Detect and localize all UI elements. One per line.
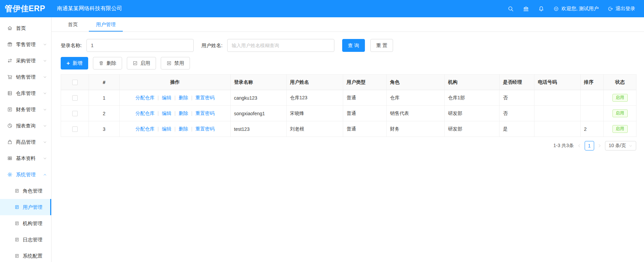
link-separator: |	[174, 126, 176, 132]
sidebar: 首页零售管理采购管理销售管理仓库管理财务管理报表查询商品管理基本资料系统管理角色…	[0, 17, 52, 262]
sidebar-subitem[interactable]: 日志管理	[0, 231, 51, 248]
row-checkbox[interactable]	[72, 126, 78, 132]
next-page-button[interactable]	[598, 144, 602, 148]
column-header: 登录名称	[231, 75, 287, 90]
action-link[interactable]: 重置密码	[195, 110, 214, 116]
chevron-down-icon	[43, 43, 47, 46]
sidebar-item[interactable]: 报表查询	[0, 118, 51, 134]
grid-icon	[7, 156, 13, 161]
column-header: 用户姓名	[287, 75, 343, 90]
doc-icon	[15, 221, 19, 226]
enable-button[interactable]: 启用	[127, 57, 156, 69]
chevron-down-icon	[43, 124, 47, 128]
sidebar-item[interactable]: 采购管理	[0, 53, 51, 69]
disable-button[interactable]: 禁用	[161, 57, 190, 69]
table-row: 2分配仓库|编辑|删除|重置密码songxiaofeng1宋晓锋普通销售代表研发…	[61, 106, 637, 121]
sidebar-item[interactable]: 商品管理	[0, 134, 51, 150]
action-link[interactable]: 编辑	[162, 126, 171, 132]
cell-login: cangku123	[231, 90, 287, 106]
sidebar-item[interactable]: 系统管理	[0, 166, 51, 183]
bell-icon[interactable]	[538, 6, 544, 12]
sidebar-subitem-label: 系统配置	[23, 253, 46, 259]
action-link[interactable]: 删除	[179, 110, 188, 116]
add-button[interactable]: + 新增	[61, 57, 88, 69]
x-square-icon	[167, 61, 172, 66]
chevron-down-icon	[629, 144, 632, 148]
action-link[interactable]: 删除	[179, 95, 188, 100]
company-name: 南通某某网络科技有限公司	[57, 5, 122, 12]
action-link[interactable]: 编辑	[162, 110, 171, 116]
sidebar-subitem[interactable]: 系统配置	[0, 248, 51, 262]
tab-bar: 首页用户管理	[52, 17, 644, 32]
action-link[interactable]: 分配仓库	[136, 110, 155, 116]
cell-manager: 否	[500, 106, 534, 121]
sidebar-subitem[interactable]: 用户管理	[0, 199, 51, 215]
cell-sort: 2	[581, 121, 604, 137]
gear-icon	[7, 172, 13, 177]
cell-role: 仓库	[387, 90, 445, 106]
cell-actions: 分配仓库|编辑|删除|重置密码	[120, 90, 231, 106]
chevron-down-icon	[43, 75, 47, 79]
welcome-text: 欢迎您, 测试用户	[561, 5, 599, 12]
logout-label: 退出登录	[616, 5, 635, 12]
action-link[interactable]: 编辑	[162, 95, 171, 100]
column-header: 角色	[387, 75, 445, 90]
cell-actions: 分配仓库|编辑|删除|重置密码	[120, 121, 231, 137]
tab-active[interactable]: 用户管理	[96, 17, 116, 32]
link-separator: |	[158, 95, 159, 100]
pagination-total: 1-3 共3条	[553, 143, 574, 149]
user-name-input[interactable]	[227, 39, 334, 52]
search-button[interactable]: 查 询	[342, 39, 365, 52]
row-checkbox[interactable]	[72, 95, 78, 101]
reset-button[interactable]: 重 置	[370, 39, 393, 52]
select-all-checkbox[interactable]	[72, 80, 78, 85]
column-header: 操作	[120, 75, 231, 90]
page-size-select[interactable]: 10 条/页	[605, 141, 636, 150]
cell-type: 普通	[343, 106, 387, 121]
sidebar-item[interactable]: 财务管理	[0, 101, 51, 118]
prev-page-button[interactable]	[577, 144, 581, 148]
doc-icon	[15, 205, 19, 209]
cell-name: 宋晓锋	[287, 106, 343, 121]
plus-icon: +	[66, 60, 70, 66]
action-link[interactable]: 删除	[179, 126, 188, 132]
link-separator: |	[191, 110, 193, 116]
check-square-icon	[133, 61, 138, 66]
chevron-down-icon	[43, 59, 47, 63]
cell-type: 普通	[343, 121, 387, 137]
link-separator: |	[158, 110, 159, 116]
sidebar-item-label: 财务管理	[16, 106, 40, 113]
action-link[interactable]: 重置密码	[195, 126, 214, 132]
sidebar-subitem-label: 机构管理	[23, 220, 46, 227]
sidebar-item-label: 首页	[16, 25, 47, 32]
delete-button[interactable]: 删除	[93, 57, 122, 69]
sidebar-item[interactable]: 基本资料	[0, 150, 51, 166]
user-name-label: 用户姓名:	[201, 42, 222, 49]
action-link[interactable]: 重置密码	[195, 95, 214, 100]
link-separator: |	[174, 110, 176, 116]
column-header: #	[89, 75, 120, 90]
sidebar-item-label: 零售管理	[16, 41, 40, 48]
link-separator: |	[158, 126, 159, 132]
logout-button[interactable]: 退出登录	[608, 5, 635, 12]
login-name-input[interactable]	[86, 39, 194, 52]
sidebar-item[interactable]: 首页	[0, 20, 51, 36]
action-link[interactable]: 分配仓库	[136, 126, 155, 132]
sidebar-item-label: 仓库管理	[16, 90, 40, 97]
column-header: 用户类型	[343, 75, 387, 90]
sidebar-item[interactable]: 仓库管理	[0, 85, 51, 101]
current-page-button[interactable]: 1	[585, 141, 594, 150]
tab-item[interactable]: 首页	[68, 17, 78, 32]
row-checkbox[interactable]	[72, 111, 78, 116]
sidebar-item[interactable]: 零售管理	[0, 36, 51, 53]
warehouse-icon	[7, 90, 13, 96]
sidebar-item[interactable]: 销售管理	[0, 69, 51, 85]
welcome-user[interactable]: 欢迎您, 测试用户	[553, 5, 599, 12]
sidebar-subitem[interactable]: 机构管理	[0, 215, 51, 231]
sidebar-subitem[interactable]: 角色管理	[0, 183, 51, 199]
search-icon[interactable]	[508, 6, 514, 12]
action-link[interactable]: 分配仓库	[136, 95, 155, 100]
home-icon	[7, 25, 13, 31]
bank-icon[interactable]	[523, 6, 529, 12]
column-header: 机构	[445, 75, 500, 90]
